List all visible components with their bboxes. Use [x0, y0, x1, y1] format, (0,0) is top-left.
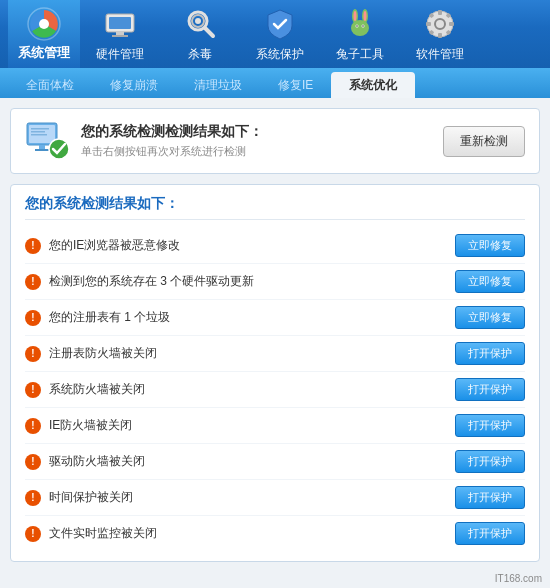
tab-sys-opt[interactable]: 系统优化	[331, 72, 415, 98]
result-text: IE防火墙被关闭	[49, 417, 132, 434]
result-left: !您的注册表有 1 个垃圾	[25, 309, 170, 326]
action-btn-ie-firewall[interactable]: 打开保护	[455, 414, 525, 437]
svg-rect-31	[31, 128, 49, 130]
nav-item-rabbit[interactable]: 兔子工具	[320, 0, 400, 68]
result-left: !文件实时监控被关闭	[25, 525, 157, 542]
footer-watermark: IT168.com	[495, 573, 542, 584]
result-row: !检测到您的系统存在 3 个硬件驱动更新立即修复	[25, 264, 525, 300]
hardware-icon	[102, 6, 138, 42]
tab-clean-junk[interactable]: 清理垃圾	[176, 72, 260, 98]
top-nav: 系统管理 硬件管理 杀毒 系统保护	[0, 0, 550, 68]
result-row: !时间保护被关闭打开保护	[25, 480, 525, 516]
banner-subtitle: 单击右侧按钮再次对系统进行检测	[81, 144, 263, 159]
svg-rect-4	[116, 32, 124, 35]
result-row: !您的IE浏览器被恶意修改立即修复	[25, 228, 525, 264]
nav-logo[interactable]: 系统管理	[8, 0, 80, 68]
result-text: 时间保护被关闭	[49, 489, 133, 506]
nav-label-kill: 杀毒	[188, 46, 212, 63]
software-icon	[422, 6, 458, 42]
warning-icon: !	[25, 310, 41, 326]
nav-item-software[interactable]: 软件管理	[400, 0, 480, 68]
protect-icon	[262, 6, 298, 42]
nav-item-hardware[interactable]: 硬件管理	[80, 0, 160, 68]
results-section: 您的系统检测结果如下： !您的IE浏览器被恶意修改立即修复!检测到您的系统存在 …	[10, 184, 540, 562]
svg-point-10	[351, 20, 369, 36]
warning-icon: !	[25, 382, 41, 398]
action-btn-reg-junk[interactable]: 立即修复	[455, 306, 525, 329]
svg-rect-34	[39, 145, 45, 149]
svg-point-1	[39, 19, 49, 29]
svg-rect-22	[438, 33, 442, 38]
banner-title: 您的系统检测检测结果如下：	[81, 123, 263, 141]
nav-label-hardware: 硬件管理	[96, 46, 144, 63]
banner-text: 您的系统检测检测结果如下： 单击右侧按钮再次对系统进行检测	[81, 123, 263, 159]
result-text: 系统防火墙被关闭	[49, 381, 145, 398]
tabs-bar: 全面体检 修复崩溃 清理垃圾 修复IE 系统优化	[0, 68, 550, 98]
svg-rect-32	[31, 131, 45, 133]
tab-fix-ie[interactable]: 修复IE	[260, 72, 331, 98]
svg-point-18	[362, 25, 364, 27]
warning-icon: !	[25, 526, 41, 542]
result-row: !驱动防火墙被关闭打开保护	[25, 444, 525, 480]
svg-line-8	[205, 28, 213, 36]
results-title: 您的系统检测结果如下：	[25, 195, 525, 220]
warning-icon: !	[25, 238, 41, 254]
svg-point-9	[195, 18, 201, 24]
svg-point-13	[354, 11, 357, 21]
pc-icon	[25, 119, 69, 163]
svg-rect-33	[31, 134, 47, 136]
nav-item-kill[interactable]: 杀毒	[160, 0, 240, 68]
action-btn-driver-firewall[interactable]: 打开保护	[455, 450, 525, 473]
result-text: 注册表防火墙被关闭	[49, 345, 157, 362]
main-content: 您的系统检测检测结果如下： 单击右侧按钮再次对系统进行检测 重新检测 您的系统检…	[0, 98, 550, 588]
result-left: !IE防火墙被关闭	[25, 417, 132, 434]
warning-icon: !	[25, 490, 41, 506]
action-btn-file-monitor[interactable]: 打开保护	[455, 522, 525, 545]
nav-item-protect[interactable]: 系统保护	[240, 0, 320, 68]
status-banner: 您的系统检测检测结果如下： 单击右侧按钮再次对系统进行检测 重新检测	[10, 108, 540, 174]
rescan-button[interactable]: 重新检测	[443, 126, 525, 157]
warning-icon: !	[25, 418, 41, 434]
banner-left: 您的系统检测检测结果如下： 单击右侧按钮再次对系统进行检测	[25, 119, 263, 163]
tab-full-check[interactable]: 全面体检	[8, 72, 92, 98]
result-row: !注册表防火墙被关闭打开保护	[25, 336, 525, 372]
svg-point-14	[364, 11, 367, 21]
logo-icon	[26, 6, 62, 42]
action-btn-time-protect[interactable]: 打开保护	[455, 486, 525, 509]
result-text: 检测到您的系统存在 3 个硬件驱动更新	[49, 273, 254, 290]
svg-point-17	[356, 25, 358, 27]
result-left: !检测到您的系统存在 3 个硬件驱动更新	[25, 273, 254, 290]
result-rows-container: !您的IE浏览器被恶意修改立即修复!检测到您的系统存在 3 个硬件驱动更新立即修…	[25, 228, 525, 551]
action-btn-reg-firewall[interactable]: 打开保护	[455, 342, 525, 365]
kill-icon	[182, 6, 218, 42]
result-text: 您的注册表有 1 个垃圾	[49, 309, 170, 326]
svg-rect-5	[112, 35, 128, 37]
action-btn-sys-firewall[interactable]: 打开保护	[455, 378, 525, 401]
action-btn-ie-modified[interactable]: 立即修复	[455, 234, 525, 257]
rabbit-icon	[342, 6, 378, 42]
result-left: !您的IE浏览器被恶意修改	[25, 237, 180, 254]
nav-label-software: 软件管理	[416, 46, 464, 63]
logo-label: 系统管理	[18, 44, 70, 62]
result-left: !驱动防火墙被关闭	[25, 453, 145, 470]
result-left: !注册表防火墙被关闭	[25, 345, 157, 362]
warning-icon: !	[25, 454, 41, 470]
result-row: !您的注册表有 1 个垃圾立即修复	[25, 300, 525, 336]
result-row: !系统防火墙被关闭打开保护	[25, 372, 525, 408]
nav-label-protect: 系统保护	[256, 46, 304, 63]
svg-rect-21	[438, 10, 442, 15]
svg-rect-24	[449, 22, 454, 26]
result-left: !系统防火墙被关闭	[25, 381, 145, 398]
result-row: !文件实时监控被关闭打开保护	[25, 516, 525, 551]
result-text: 驱动防火墙被关闭	[49, 453, 145, 470]
warning-icon: !	[25, 274, 41, 290]
action-btn-driver-update[interactable]: 立即修复	[455, 270, 525, 293]
tab-fix-crash[interactable]: 修复崩溃	[92, 72, 176, 98]
svg-rect-35	[35, 149, 49, 151]
result-text: 您的IE浏览器被恶意修改	[49, 237, 180, 254]
svg-rect-3	[109, 17, 131, 29]
nav-label-rabbit: 兔子工具	[336, 46, 384, 63]
result-row: !IE防火墙被关闭打开保护	[25, 408, 525, 444]
result-left: !时间保护被关闭	[25, 489, 133, 506]
warning-icon: !	[25, 346, 41, 362]
